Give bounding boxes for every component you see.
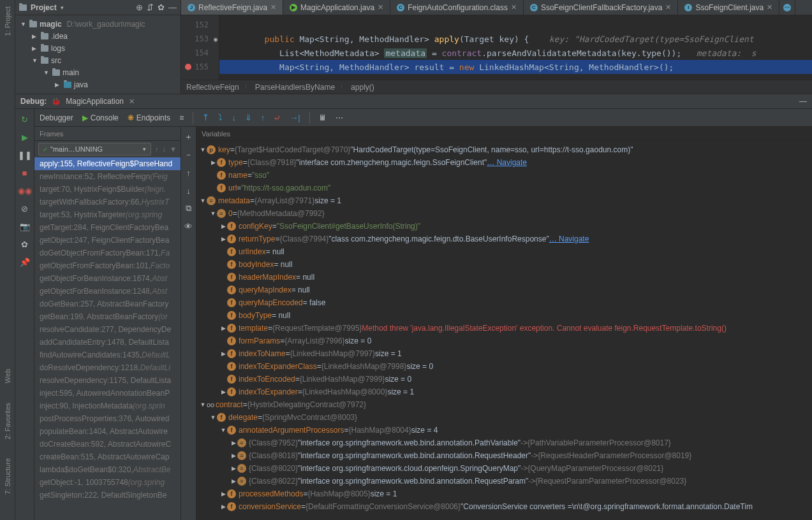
rail-web[interactable]: Web — [4, 369, 11, 383]
pause-button[interactable]: ❚❚ — [18, 148, 31, 161]
frame-row[interactable]: getObjectFromFactoryBean:101, Facto — [34, 259, 181, 272]
var-row[interactable]: ▼fannotatedArgumentProcessors = {HashMap… — [196, 424, 812, 437]
evaluate-icon[interactable]: 🖩 — [319, 113, 327, 122]
rail-project[interactable]: 1: Project — [4, 6, 11, 36]
frame-row[interactable]: apply:155, ReflectiveFeign$ParseHand — [34, 157, 181, 170]
frame-row[interactable]: findAutowireCandidates:1435, DefaultL — [34, 349, 181, 361]
var-row[interactable]: fbodyIndex = null — [196, 258, 812, 271]
frame-row[interactable]: getTarget:284, FeignClientFactoryBea — [34, 221, 181, 234]
navigate-link[interactable]: … Navigate — [487, 158, 527, 167]
var-row[interactable]: ▼oocontract = {HystrixDelegatingContract… — [196, 398, 812, 411]
tab-sso-fallback[interactable]: CSsoFeignClientFallbackFactory.java✕ — [524, 0, 679, 15]
breadcrumb-item[interactable]: ReflectiveFeign — [186, 83, 239, 92]
frame-row[interactable]: doGetObjectFromFactoryBean:171, Fa — [34, 247, 181, 259]
var-row[interactable]: ▶fconfigKey = "SsoFeignClient#getBaseUse… — [196, 220, 812, 233]
debugger-tab[interactable]: Debugger — [40, 113, 73, 122]
down-icon[interactable]: ↓ — [182, 184, 195, 197]
close-icon[interactable]: ✕ — [378, 3, 383, 11]
var-row[interactable]: ▼pkey = {Target$HardCodedTarget@7970} "H… — [196, 143, 812, 156]
next-frame-icon[interactable]: ↓ — [163, 145, 166, 153]
tree-item[interactable]: ▼src — [15, 54, 181, 66]
var-row[interactable]: ▼≡metadata = {ArrayList@7971} size = 1 — [196, 194, 812, 207]
var-row[interactable]: ▶freturnType = {Class@7994} "class com.z… — [196, 233, 812, 245]
close-icon[interactable]: ✕ — [665, 3, 671, 11]
close-icon[interactable]: ✕ — [767, 3, 772, 11]
var-row[interactable]: fqueryMapIndex = null — [196, 284, 812, 296]
breakpoints-button[interactable]: ◉◉ — [18, 184, 31, 197]
code-area[interactable]: 152 153◉ 154 155 public Map<String, Meth… — [181, 15, 812, 80]
dump-button[interactable]: 📷 — [18, 220, 31, 233]
step-into-icon[interactable]: ↓ — [232, 113, 236, 122]
frame-row[interactable]: resolveCandidate:277, DependencyDe — [34, 323, 181, 336]
var-row[interactable]: ▼fdelegate = {SpringMvcContract@8003} — [196, 411, 812, 424]
console-tab[interactable]: ▶Console — [82, 113, 119, 122]
var-row[interactable]: findexToEncoded = {LinkedHashMap@7999} s… — [196, 373, 812, 386]
override-icon[interactable]: ◉ — [214, 36, 218, 43]
frame-row[interactable]: addCandidateEntry:1478, DefaultLista — [34, 336, 181, 349]
tab-reflective-feign[interactable]: JReflectiveFeign.java✕ — [181, 0, 283, 15]
prev-frame-icon[interactable]: ↑ — [155, 145, 159, 153]
frame-row[interactable]: getObject:-1, 1003755748 (org.spring — [34, 476, 181, 489]
frame-row[interactable]: doGetBean:257, AbstractBeanFactory — [34, 298, 181, 310]
var-row[interactable]: fheaderMapIndex = null — [196, 271, 812, 284]
breakpoint-icon[interactable] — [185, 64, 191, 70]
frame-row[interactable]: doResolveDependency:1218, DefaultLi — [34, 361, 181, 374]
frame-row[interactable]: getObject:247, FeignClientFactoryBea — [34, 234, 181, 247]
var-row[interactable]: findexToExpanderClass = {LinkedHashMap@7… — [196, 360, 812, 373]
frame-row[interactable]: postProcessProperties:376, Autowired — [34, 412, 181, 425]
var-row[interactable]: furlIndex = null — [196, 245, 812, 258]
collapse-icon[interactable]: ⇵ — [147, 3, 154, 12]
frame-row[interactable]: getSingleton:222, DefaultSingletonBe — [34, 489, 181, 502]
frame-row[interactable]: getBean:199, AbstractBeanFactory (or — [34, 310, 181, 323]
settings-button[interactable]: ✿ — [18, 238, 31, 250]
pin-button[interactable]: 📌 — [18, 256, 31, 268]
var-row[interactable]: ▶findexToName = {LinkedHashMap@7997} siz… — [196, 347, 812, 360]
tree-item[interactable]: ▶java — [15, 78, 181, 90]
frame-row[interactable]: doCreateBean:592, AbstractAutowireC — [34, 438, 181, 451]
tree-item[interactable]: ▶.idea — [15, 30, 181, 42]
show-exec-point-icon[interactable]: ⤒ — [202, 113, 209, 122]
code-text[interactable]: public Map<String, MethodHandler> apply(… — [219, 15, 812, 80]
resume-button[interactable]: ▶ — [18, 131, 31, 143]
frame-row[interactable]: target:70, HystrixFeign$Builder (feign. — [34, 183, 181, 196]
rail-structure[interactable]: 7: Structure — [4, 458, 11, 495]
frame-row[interactable]: target:53, HystrixTargeter (org.spring — [34, 208, 181, 221]
frame-row[interactable]: lambda$doGetBean$0:320, AbstractBe — [34, 463, 181, 476]
var-row[interactable]: ▶fconversionService = {DefaultFormatting… — [196, 500, 812, 513]
remove-watch-icon[interactable]: － — [182, 148, 195, 161]
var-row[interactable]: ▶≡{Class@8022} "interface org.springfram… — [196, 475, 812, 487]
frame-row[interactable]: getObjectForBeanInstance:1674, Abst — [34, 272, 181, 285]
var-row[interactable]: furl = "https://t-sso.gaodun.com" — [196, 182, 812, 194]
thread-selector[interactable]: ✓"main…UNNING▼ — [38, 143, 151, 155]
threads-icon[interactable]: ≡ — [179, 113, 184, 122]
step-over-icon[interactable]: ⤵ — [218, 113, 223, 122]
force-step-into-icon[interactable]: ⇓ — [245, 113, 252, 122]
hide-icon[interactable]: — — [168, 3, 177, 12]
tree-item[interactable]: ▼main — [15, 66, 181, 78]
tab-more[interactable]: ⋯ — [779, 0, 795, 15]
endpoints-tab[interactable]: ❋Endpoints — [128, 113, 170, 122]
close-icon[interactable]: ✕ — [270, 3, 276, 11]
locate-icon[interactable]: ⊕ — [136, 3, 143, 12]
tab-sso-client[interactable]: ISsoFeignClient.java✕ — [678, 0, 779, 15]
tab-feign-auto[interactable]: CFeignAutoConfiguration.class✕ — [390, 0, 524, 15]
var-row[interactable]: ▶≡{Class@8020} "interface org.springfram… — [196, 462, 812, 475]
var-row[interactable]: fqueryMapEncoded = false — [196, 296, 812, 309]
debug-session-name[interactable]: MagicApplication — [66, 97, 124, 106]
frame-row[interactable]: getObjectForBeanInstance:1248, Abst — [34, 285, 181, 298]
trace-icon[interactable]: ⋯ — [336, 113, 343, 122]
var-row[interactable]: ▶findexToExpander = {LinkedHashMap@8000}… — [196, 386, 812, 398]
var-row[interactable]: ▶ftemplate = {RequestTemplate@7995} Meth… — [196, 322, 812, 335]
rerun-button[interactable]: ↻ — [18, 113, 31, 126]
step-out-icon[interactable]: ↑ — [261, 113, 265, 122]
close-icon[interactable]: ✕ — [129, 98, 135, 106]
rail-favorites[interactable]: 2: Favorites — [4, 403, 11, 439]
up-icon[interactable]: ↑ — [182, 166, 195, 179]
frame-row[interactable]: resolveDependency:1175, DefaultLista — [34, 374, 181, 387]
filter-icon[interactable]: ▼ — [170, 145, 177, 153]
frame-row[interactable]: createBean:515, AbstractAutowireCap — [34, 451, 181, 463]
frame-row[interactable]: populateBean:1404, AbstractAutowire — [34, 425, 181, 438]
var-row[interactable]: ▶fprocessedMethods = {HashMap@8005} size… — [196, 487, 812, 500]
frame-row[interactable]: inject:90, InjectionMetadata (org.sprin — [34, 400, 181, 412]
watches-icon[interactable]: 👁 — [182, 220, 195, 233]
